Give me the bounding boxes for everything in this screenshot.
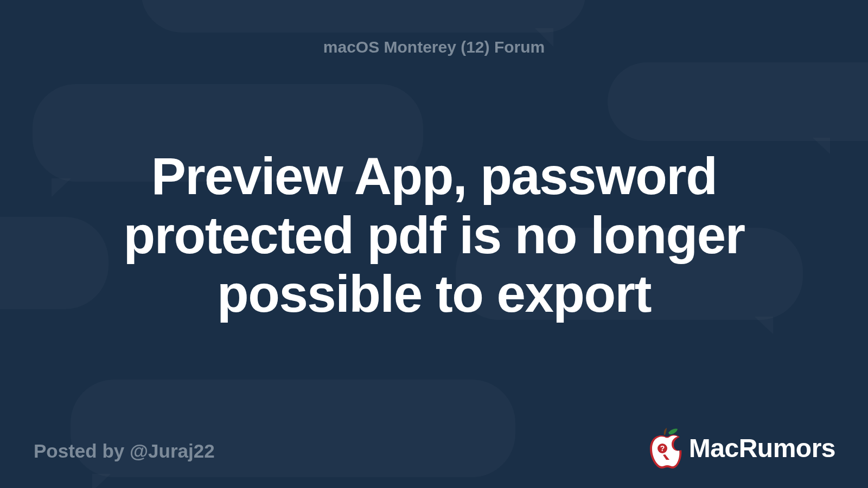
brand: ? MacRumors: [646, 426, 835, 470]
posted-by-label: Posted by @Juraj22: [34, 440, 215, 462]
macrumors-logo-icon: ?: [646, 426, 684, 470]
forum-name: macOS Monterey (12) Forum: [0, 38, 868, 56]
brand-name: MacRumors: [689, 433, 835, 463]
svg-text:?: ?: [660, 444, 665, 453]
post-title: Preview App, password protected pdf is n…: [54, 80, 814, 390]
card: macOS Monterey (12) Forum Preview App, p…: [0, 0, 868, 488]
